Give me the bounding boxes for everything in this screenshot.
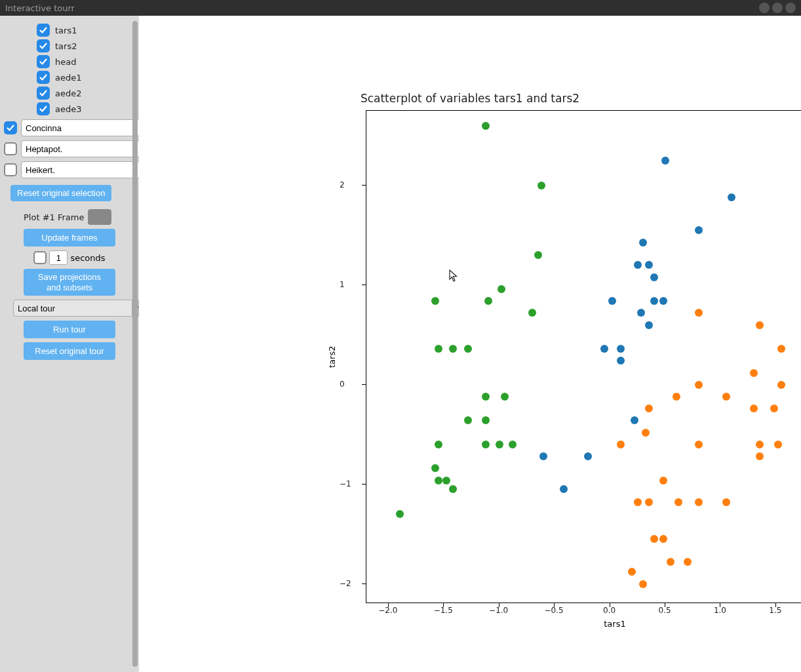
data-point [539,452,547,460]
data-point [684,558,692,566]
update-frames-button[interactable]: Update frames [24,229,115,247]
var-label: tars2 [55,41,77,51]
data-point [534,251,542,259]
data-point [435,345,442,353]
plot-box [366,110,801,603]
species-name-input[interactable] [21,119,140,136]
reset-tour-button[interactable]: Reset original tour [24,342,115,360]
data-point [673,393,680,401]
data-point [584,452,592,460]
x-tick: 1.0 [714,606,726,615]
seconds-input[interactable] [49,250,68,265]
title-bar: Interactive tourr [0,0,801,16]
y-tick: 1 [340,280,345,289]
data-point [498,285,505,293]
var-checkbox-aede1[interactable] [37,71,50,84]
species-checkbox[interactable] [4,121,17,134]
data-point [608,297,616,305]
reset-selection-button[interactable]: Reset original selection [10,185,111,201]
data-point [774,441,782,448]
data-point [634,261,642,269]
data-point [674,498,682,506]
data-point [695,441,703,448]
var-label: aede3 [55,104,82,114]
sidebar-scrollbar[interactable] [132,21,138,667]
data-point [509,441,517,448]
data-point [628,568,636,576]
x-tick: 0.5 [658,606,671,615]
data-point [639,580,647,588]
x-tick: −0.5 [545,606,564,615]
data-point [496,441,503,448]
data-point [650,297,658,305]
data-point [777,381,785,389]
data-point [756,321,764,329]
var-checkbox-aede3[interactable] [37,102,50,115]
data-point [661,157,669,165]
data-point [431,297,439,305]
x-tick: −1.0 [489,606,508,615]
frame-label: Plot #1 Frame [24,212,84,222]
data-point [645,321,653,329]
data-point [659,535,667,543]
data-point [756,441,764,448]
y-tick: −1 [340,479,351,488]
sidebar: tars1tars2headaede1aede2aede3 Reset orig… [0,16,139,672]
data-point [435,477,442,484]
species-checkbox[interactable] [4,163,17,176]
data-point [695,381,703,389]
var-label: head [55,57,76,67]
var-label: aede1 [55,73,82,83]
var-checkbox-head[interactable] [37,55,50,68]
data-point [482,416,490,424]
mouse-cursor [449,269,458,283]
y-tick: 2 [340,180,345,189]
x-tick: −2.0 [378,606,397,615]
data-point [501,393,509,401]
data-point [442,477,450,484]
data-point [750,369,758,377]
data-point [659,297,667,305]
frame-value-box [88,209,111,225]
data-point [637,309,645,317]
data-point [435,441,442,448]
var-label: tars1 [55,26,77,35]
data-point [631,416,638,424]
data-point [482,441,490,448]
data-point [667,558,674,566]
maximize-icon[interactable] [772,3,783,13]
data-point [482,393,490,401]
data-point [464,345,472,353]
var-checkbox-aede2[interactable] [37,87,50,100]
data-point [639,239,647,247]
data-point [756,452,764,460]
data-point [484,297,492,305]
data-point [659,477,667,484]
data-point [650,273,658,281]
data-point [464,416,472,424]
species-name-input[interactable] [21,140,140,157]
species-name-input[interactable] [21,161,140,178]
plot-area: Scatterplot of variables tars1 and tars2… [139,16,801,672]
tour-type-select[interactable] [13,300,132,317]
run-tour-button[interactable]: Run tour [24,321,115,338]
y-axis-label: tars2 [325,110,338,603]
data-point [645,261,653,269]
data-point [560,485,568,493]
interval-checkbox[interactable] [33,251,47,264]
save-projections-button[interactable]: Save projections and subsets [24,269,115,296]
data-point [750,405,758,412]
var-checkbox-tars2[interactable] [37,39,50,52]
data-point [482,122,490,130]
species-checkbox[interactable] [4,142,17,155]
data-point [642,429,650,437]
seconds-label: seconds [70,253,105,263]
data-point [600,345,608,353]
var-checkbox-tars1[interactable] [37,24,50,37]
data-point [728,193,735,201]
data-point [722,498,730,506]
minimize-icon[interactable] [759,3,770,13]
data-point [695,309,703,317]
data-point [537,182,545,189]
close-icon[interactable] [785,3,796,13]
